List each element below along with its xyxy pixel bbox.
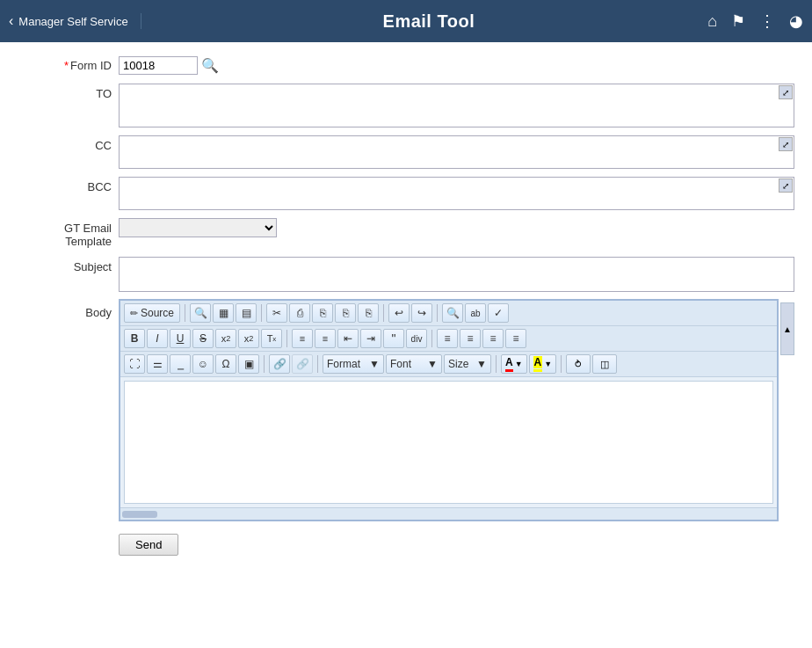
source-label: Source bbox=[141, 307, 174, 319]
toolbar-row-3: ⛶ ⚌ ⎯ ☺ Ω ▣ 🔗 🔗 Format ▼ Font bbox=[120, 352, 777, 377]
font-color-underline bbox=[505, 369, 513, 372]
template-select[interactable] bbox=[119, 218, 277, 237]
navigate-icon[interactable]: ◕ bbox=[789, 11, 803, 31]
table-button[interactable]: ⚌ bbox=[147, 354, 168, 374]
subscript-button[interactable]: x2 bbox=[215, 329, 236, 348]
align-left-button[interactable]: ≡ bbox=[437, 329, 458, 348]
bcc-input[interactable] bbox=[119, 177, 794, 210]
clear-format-button[interactable]: Tx bbox=[261, 329, 282, 348]
hr-button[interactable]: ⎯ bbox=[170, 354, 191, 374]
iframe-button[interactable]: ▣ bbox=[238, 354, 259, 374]
source-button[interactable]: ✏ Source bbox=[124, 303, 180, 323]
bcc-field-wrapper: ⤢ bbox=[119, 177, 794, 213]
paste-button[interactable]: ⎘ bbox=[312, 303, 333, 323]
search-replace-button[interactable]: 🔍 bbox=[442, 303, 463, 323]
cc-label: CC bbox=[18, 135, 119, 152]
back-nav[interactable]: ‹ Manager Self Service bbox=[9, 13, 141, 29]
bcc-expand-button[interactable]: ⤢ bbox=[779, 178, 793, 193]
form-id-input[interactable] bbox=[119, 56, 198, 75]
cc-input[interactable] bbox=[119, 135, 794, 169]
special-char-button[interactable]: Ω bbox=[215, 354, 236, 374]
link-button[interactable]: 🔗 bbox=[269, 354, 290, 374]
font-dropdown[interactable]: Font ▼ bbox=[386, 354, 442, 374]
bg-color-underline bbox=[533, 369, 543, 372]
bold-button[interactable]: B bbox=[124, 329, 145, 348]
sep2 bbox=[261, 304, 262, 322]
maximize-button[interactable]: ⥁ bbox=[566, 354, 591, 374]
send-button[interactable]: Send bbox=[119, 534, 178, 556]
sep10 bbox=[561, 355, 562, 373]
strikethrough-button[interactable]: S bbox=[192, 329, 214, 348]
align-center-button[interactable]: ≡ bbox=[460, 329, 481, 348]
align-right-button[interactable]: ≡ bbox=[482, 329, 504, 348]
template-row: GT Email Template bbox=[18, 218, 794, 248]
unordered-list-button[interactable]: ≡ bbox=[315, 329, 336, 348]
justify-button[interactable]: ≡ bbox=[505, 329, 526, 348]
bcc-row: BCC ⤢ bbox=[18, 177, 794, 213]
image-button[interactable]: ⛶ bbox=[124, 354, 145, 374]
undo-button[interactable]: ↩ bbox=[388, 303, 410, 323]
div-button[interactable]: div bbox=[406, 329, 427, 348]
scrollbar-thumb bbox=[122, 511, 157, 518]
blockquote-button[interactable]: " bbox=[383, 329, 404, 348]
to-expand-button[interactable]: ⤢ bbox=[779, 85, 793, 99]
font-color-button[interactable]: A ▼ bbox=[501, 354, 527, 374]
main-content: Form ID 🔍 TO ⤢ CC ⤢ BCC ⤢ GT Email Templ… bbox=[0, 42, 812, 570]
find-button[interactable]: 🔍 bbox=[190, 303, 211, 323]
template-label: GT Email Template bbox=[18, 218, 119, 248]
flag-icon[interactable]: ⚑ bbox=[731, 11, 745, 31]
editor-area-wrapper: ✏ Source 🔍 ▦ ▤ ✂ ⎙ ⎘ ⎘ ⎘ ↩ ↪ bbox=[119, 299, 794, 521]
format-label: Format bbox=[327, 358, 360, 370]
format-dropdown[interactable]: Format ▼ bbox=[323, 354, 384, 374]
bg-color-arrow: ▼ bbox=[544, 360, 552, 368]
format-dropdown-arrow: ▼ bbox=[369, 358, 380, 370]
sep9 bbox=[496, 355, 497, 373]
cc-row: CC ⤢ bbox=[18, 135, 794, 171]
underline-button[interactable]: U bbox=[170, 329, 191, 348]
cc-expand-button[interactable]: ⤢ bbox=[779, 137, 793, 151]
paste3-button[interactable]: ⎘ bbox=[358, 303, 379, 323]
font-label: Font bbox=[390, 358, 411, 370]
to-field-wrapper: ⤢ bbox=[119, 84, 794, 130]
size-dropdown[interactable]: Size ▼ bbox=[444, 354, 491, 374]
editor-container: ✏ Source 🔍 ▦ ▤ ✂ ⎙ ⎘ ⎘ ⎘ ↩ ↪ bbox=[119, 299, 779, 521]
smiley-button[interactable]: ☺ bbox=[192, 354, 214, 374]
superscript-button[interactable]: x2 bbox=[238, 329, 259, 348]
to-label: TO bbox=[18, 84, 119, 100]
copy-format-button[interactable]: ▦ bbox=[213, 303, 234, 323]
redo-button[interactable]: ↪ bbox=[411, 303, 432, 323]
spellcheck-button[interactable]: ✓ bbox=[488, 303, 509, 323]
indent-button[interactable]: ⇥ bbox=[360, 329, 381, 348]
sep4 bbox=[437, 304, 438, 322]
back-arrow-icon: ‹ bbox=[9, 13, 13, 29]
editor-body[interactable] bbox=[124, 381, 773, 504]
form-id-search-icon[interactable]: 🔍 bbox=[201, 57, 219, 74]
show-blocks-button[interactable]: ◫ bbox=[592, 354, 617, 374]
sep3 bbox=[383, 304, 384, 322]
more-options-icon[interactable]: ⋮ bbox=[759, 11, 775, 31]
page-title: Email Tool bbox=[150, 11, 708, 32]
paste2-button[interactable]: ⎘ bbox=[335, 303, 356, 323]
unlink-button[interactable]: 🔗 bbox=[292, 354, 313, 374]
subject-input[interactable] bbox=[119, 257, 794, 292]
copy-button[interactable]: ⎙ bbox=[289, 303, 310, 323]
ordered-list-button[interactable]: ≡ bbox=[292, 329, 313, 348]
scroll-up-button[interactable]: ▲ bbox=[780, 302, 794, 355]
home-icon[interactable]: ⌂ bbox=[707, 12, 717, 31]
editor-scrollbar[interactable] bbox=[120, 507, 777, 520]
paste-text-button[interactable]: ▤ bbox=[236, 303, 257, 323]
to-input[interactable] bbox=[119, 84, 794, 127]
sep1 bbox=[185, 304, 185, 322]
sep6 bbox=[431, 330, 432, 347]
italic-button[interactable]: I bbox=[147, 329, 168, 348]
font-color-inner: A bbox=[505, 356, 513, 372]
replace-button[interactable]: ab bbox=[465, 303, 486, 323]
outdent-button[interactable]: ⇤ bbox=[337, 329, 359, 348]
bg-color-button[interactable]: A ▼ bbox=[529, 354, 557, 374]
cut-button[interactable]: ✂ bbox=[266, 303, 287, 323]
sep5 bbox=[286, 330, 287, 347]
font-color-arrow: ▼ bbox=[515, 360, 523, 368]
bg-color-inner: A bbox=[533, 356, 543, 372]
toolbar-row-2: B I U S x2 x2 Tx ≡ ≡ ⇤ ⇥ " div ≡ ≡ bbox=[120, 326, 777, 352]
subject-label: Subject bbox=[18, 257, 119, 273]
